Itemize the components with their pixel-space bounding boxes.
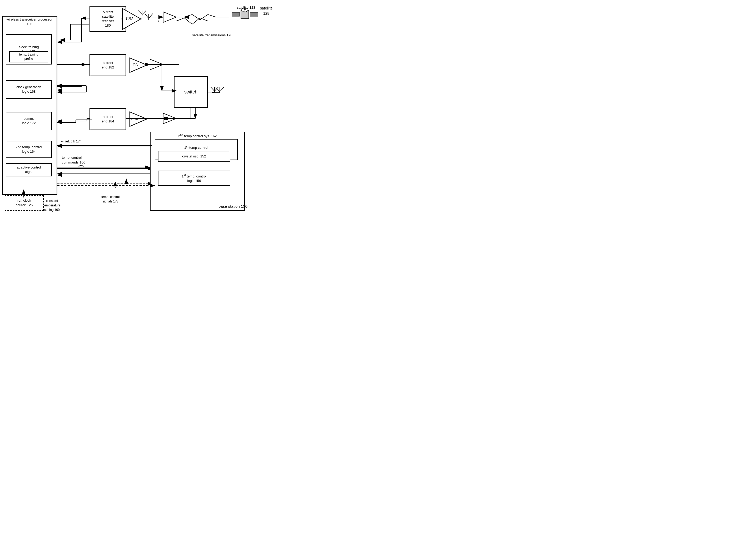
- rx-front-satellite-box: rx frontsatellitereceiver180: [90, 6, 126, 32]
- first-temp-control-logic-box: 1st temp. controllogic 156: [158, 170, 230, 186]
- tx-front-end-box: tx frontend 182: [90, 54, 126, 77]
- satellite-label: satellite 128: [237, 5, 255, 10]
- satellite-transmissions-label: satellite transmissions 176: [192, 33, 232, 38]
- wireless-transceiver-label: wireless transceiver processor 158: [3, 17, 56, 27]
- svg-text:LNA: LNA: [125, 16, 134, 21]
- svg-text:PA: PA: [133, 63, 138, 67]
- temp-control-logic-label: 2nd temp. controllogic 164: [15, 145, 42, 154]
- rx-front-end-184-box: rx frontend 184: [90, 108, 126, 130]
- pa-to-switch-svg: [146, 59, 178, 94]
- tx-front-end-label: tx frontend 182: [102, 61, 114, 70]
- rx-front-end-184-label: rx frontend 184: [102, 115, 114, 124]
- switch-lna-line-svg: [147, 103, 205, 134]
- temp-signals-label: temp. controlsignals 178: [101, 195, 119, 204]
- constant-temp-label: constanttemperaturesetting 160: [43, 199, 60, 212]
- switch-antenna-svg: [208, 84, 222, 97]
- svg-rect-44: [250, 12, 258, 16]
- comm-logic-box: comm.logic 172: [6, 112, 52, 130]
- pa-svg: PA: [128, 55, 148, 75]
- first-temp-control-logic-label: 1st temp. controllogic 156: [181, 173, 206, 183]
- svg-marker-48: [130, 58, 147, 72]
- diagram: wireless transceiver processor 158 clock…: [0, 0, 289, 218]
- adaptive-back-svg: [57, 171, 155, 179]
- switch-label: switch: [184, 89, 198, 95]
- clock-generation-label: clock generationlogic 168: [16, 85, 41, 94]
- crystal-osc-box: crystal osc. 152: [158, 151, 230, 162]
- temp-control-logic-box: 2nd temp. controllogic 164: [6, 141, 52, 158]
- ref-clock-up-arrow-svg: [21, 190, 26, 199]
- rx184-to-comm-svg: [57, 113, 93, 126]
- ref-clk-label: ← ref. clk 174: [60, 139, 82, 144]
- ref-clock-source-label: ref. clocksource 126: [16, 199, 33, 207]
- crystal-osc-label: crystal osc. 152: [182, 154, 206, 159]
- adaptive-control-label: adaptive controlalgo.: [17, 165, 41, 174]
- rx-front-satellite-label: rx frontsatellitereceiver180: [102, 10, 114, 28]
- wtx-to-tx-svg: [57, 59, 93, 70]
- ref-clk-line-svg: [57, 144, 155, 149]
- satellite-signal-svg: [158, 16, 211, 26]
- temp-signals-dashed-svg: [57, 182, 163, 192]
- rx-to-wtx-svg: [57, 6, 92, 58]
- temp-training-profile-label: temp. trainingprofile: [19, 53, 39, 61]
- clock-generation-box: clock generationlogic 168: [6, 80, 52, 99]
- base-station-label: base station 150: [218, 204, 248, 208]
- satellite-name-label: satellite128: [260, 6, 272, 16]
- comm-logic-label: comm.logic 172: [22, 117, 36, 125]
- temp-training-profile-box: temp. trainingprofile: [9, 51, 48, 62]
- adaptive-control-box: adaptive controlalgo.: [6, 163, 52, 176]
- antenna-satellite-svg: [142, 6, 155, 21]
- clk-gen-arrows-svg: [57, 78, 88, 104]
- svg-rect-43: [232, 12, 240, 16]
- lna-satellite-svg: LNA: [121, 6, 142, 32]
- lna-rx184-line-svg: [126, 116, 150, 121]
